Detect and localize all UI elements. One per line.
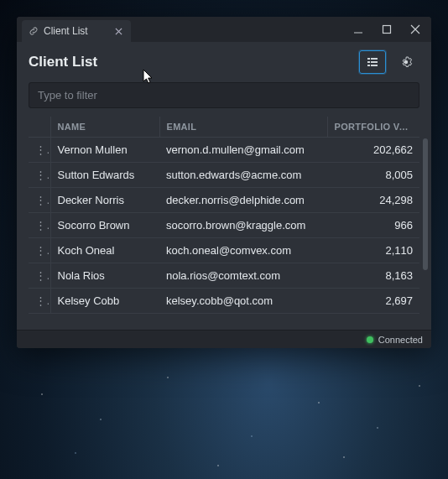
table-row[interactable]: ⋮Socorro Brownsocorro.brown@kraggle.com9… xyxy=(29,213,419,238)
cell-portfolio-value: 202,662 xyxy=(327,138,419,163)
svg-rect-5 xyxy=(367,65,370,66)
table-row[interactable]: ⋮Decker Norrisdecker.norris@delphide.com… xyxy=(29,188,419,213)
svg-rect-2 xyxy=(371,58,378,60)
scrollbar-thumb[interactable] xyxy=(423,138,428,270)
cell-email: sutton.edwards@acme.com xyxy=(159,163,327,188)
maximize-button[interactable] xyxy=(374,18,399,40)
column-portfolio-value[interactable]: PORTFOLIO VAL... xyxy=(327,117,419,138)
cell-email: kelsey.cobb@qot.com xyxy=(159,289,327,314)
column-email[interactable]: EMAIL xyxy=(159,117,327,138)
svg-rect-1 xyxy=(367,58,370,60)
tab-label: Client List xyxy=(44,25,88,37)
table-row[interactable]: ⋮Kelsey Cobbkelsey.cobb@qot.com2,697 xyxy=(29,289,419,314)
cell-email: decker.norris@delphide.com xyxy=(159,188,327,213)
cell-portfolio-value: 2,110 xyxy=(327,238,419,263)
cell-name: Kelsey Cobb xyxy=(50,289,159,314)
table-header-row: NAME EMAIL PORTFOLIO VAL... xyxy=(29,117,419,138)
cell-email: vernon.d.mullen@gmail.com xyxy=(159,138,327,163)
cell-name: Socorro Brown xyxy=(50,213,159,238)
cell-name: Vernon Mullen xyxy=(50,138,159,163)
table-row[interactable]: ⋮Nola Riosnola.rios@comtext.com8,163 xyxy=(29,263,419,289)
svg-rect-0 xyxy=(383,26,391,34)
status-label: Connected xyxy=(378,335,423,345)
link-icon xyxy=(29,26,39,36)
titlebar: Client List xyxy=(17,17,431,42)
window-controls xyxy=(346,18,431,40)
list-view-button[interactable] xyxy=(359,50,386,74)
tab-close-button[interactable] xyxy=(112,25,124,37)
cell-name: Nola Rios xyxy=(50,263,159,289)
cell-name: Sutton Edwards xyxy=(50,163,159,188)
cell-portfolio-value: 24,298 xyxy=(327,188,419,213)
drag-handle-icon[interactable]: ⋮ xyxy=(29,263,50,289)
svg-rect-3 xyxy=(367,61,370,63)
table-row[interactable]: ⋮Vernon Mullenvernon.d.mullen@gmail.com2… xyxy=(29,138,419,163)
cell-portfolio-value: 966 xyxy=(327,213,419,238)
cell-portfolio-value: 8,005 xyxy=(327,163,419,188)
cell-email: socorro.brown@kraggle.com xyxy=(159,213,327,238)
settings-button[interactable] xyxy=(393,50,419,74)
status-bar: Connected xyxy=(17,330,431,348)
tab-client-list[interactable]: Client List xyxy=(22,20,131,42)
filter-input[interactable] xyxy=(29,82,419,108)
page-title: Client List xyxy=(29,54,97,70)
cell-name: Decker Norris xyxy=(50,188,159,213)
drag-handle-icon[interactable]: ⋮ xyxy=(29,188,50,213)
drag-handle-icon[interactable]: ⋮ xyxy=(29,213,50,238)
drag-handle-icon[interactable]: ⋮ xyxy=(29,289,50,314)
svg-rect-4 xyxy=(371,61,378,63)
cell-email: nola.rios@comtext.com xyxy=(159,263,327,289)
scrollbar[interactable] xyxy=(423,138,428,326)
column-handle xyxy=(29,117,50,138)
drag-handle-icon[interactable]: ⋮ xyxy=(29,138,50,163)
cell-email: koch.oneal@comvex.com xyxy=(159,238,327,263)
minimize-button[interactable] xyxy=(346,18,371,40)
cell-portfolio-value: 8,163 xyxy=(327,263,419,289)
column-name[interactable]: NAME xyxy=(50,117,159,138)
svg-rect-6 xyxy=(371,65,378,66)
app-window: Client List Client List xyxy=(17,17,431,348)
page-header: Client List xyxy=(17,42,431,82)
close-button[interactable] xyxy=(403,18,428,40)
drag-handle-icon[interactable]: ⋮ xyxy=(29,238,50,263)
drag-handle-icon[interactable]: ⋮ xyxy=(29,163,50,188)
table-row[interactable]: ⋮Sutton Edwardssutton.edwards@acme.com8,… xyxy=(29,163,419,188)
cell-portfolio-value: 2,697 xyxy=(327,289,419,314)
status-indicator-icon xyxy=(367,336,373,343)
table-row[interactable]: ⋮Koch Onealkoch.oneal@comvex.com2,110 xyxy=(29,238,419,263)
clients-table: NAME EMAIL PORTFOLIO VAL... ⋮Vernon Mull… xyxy=(29,117,419,314)
table-container: NAME EMAIL PORTFOLIO VAL... ⋮Vernon Mull… xyxy=(17,117,431,330)
cell-name: Koch Oneal xyxy=(50,238,159,263)
filter-container xyxy=(17,82,431,117)
